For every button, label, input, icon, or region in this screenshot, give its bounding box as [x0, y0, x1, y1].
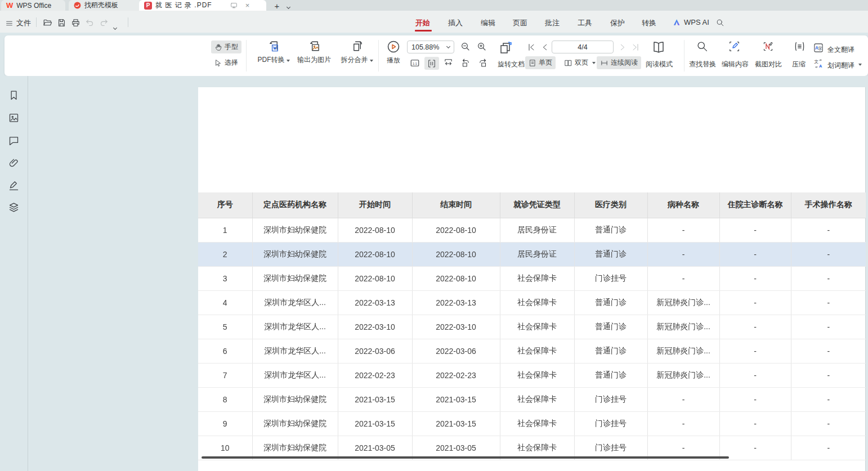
- zoom-out-icon[interactable]: [460, 42, 471, 52]
- table-header-cell: 序号: [198, 192, 252, 218]
- table-cell: -: [719, 315, 791, 339]
- edit-content-label[interactable]: 编辑内容: [721, 60, 750, 69]
- read-mode-book-icon[interactable]: [652, 41, 665, 54]
- table-cell: 2021-03-15: [338, 387, 412, 411]
- tab-document-pdf[interactable]: P 就 医 记 录 .PDF ×: [139, 0, 266, 11]
- continuous-read-button[interactable]: 连续阅读: [597, 56, 641, 69]
- menu-tab-tools[interactable]: 工具: [578, 18, 592, 28]
- table-cell: 居民身份证: [500, 242, 574, 266]
- table-cell: 居民身份证: [500, 218, 574, 242]
- zoom-in-icon[interactable]: [477, 42, 487, 52]
- tab-wps-home[interactable]: W WPS Office: [1, 0, 65, 11]
- table-row: 6深圳市龙华区人...2022-03-062022-03-06社会保障卡普通门诊…: [198, 339, 866, 363]
- table-header-cell: 手术操作名称: [791, 192, 866, 218]
- play-button[interactable]: 播放: [382, 40, 405, 65]
- attachment-icon[interactable]: [8, 157, 20, 169]
- table-cell: 门诊挂号: [574, 266, 647, 290]
- menu-tab-insert[interactable]: 插入: [448, 18, 463, 28]
- new-tab-button[interactable]: +: [272, 1, 282, 11]
- layers-icon[interactable]: [8, 201, 20, 213]
- full-translate-label[interactable]: 全文翻译: [826, 45, 856, 55]
- comment-icon[interactable]: [8, 134, 20, 146]
- file-menu-button[interactable]: 文件: [6, 18, 31, 28]
- tab-document-label: 就 医 记 录 .PDF: [155, 1, 212, 10]
- wps-ai-button[interactable]: WPS AI: [673, 18, 709, 26]
- menu-tab-home[interactable]: 开始: [415, 18, 430, 28]
- table-header-cell: 住院主诊断名称: [719, 192, 791, 218]
- table-header-cell: 定点医药机构名称: [252, 192, 338, 218]
- continuous-read-icon: [600, 59, 609, 67]
- hand-tool-button[interactable]: 手型: [211, 41, 241, 53]
- table-cell: 普通门诊: [574, 339, 647, 363]
- menu-tab-convert[interactable]: 转换: [642, 18, 656, 28]
- page-number-input[interactable]: 4/4: [552, 41, 614, 53]
- thumbnails-icon[interactable]: [8, 112, 20, 124]
- double-page-button[interactable]: 双页: [561, 56, 599, 69]
- export-image-button[interactable]: 输出为图片: [294, 39, 334, 65]
- table-row: 3深圳市妇幼保健院2022-08-102022-08-10社会保障卡门诊挂号--…: [198, 266, 866, 290]
- table-cell: 2021-03-15: [338, 411, 412, 436]
- table-cell: 社会保障卡: [500, 363, 574, 387]
- quick-access-dropdown[interactable]: [114, 21, 117, 32]
- table-cell: 深圳市龙华区人...: [252, 290, 338, 315]
- open-file-icon[interactable]: [43, 18, 52, 28]
- menu-tab-comment[interactable]: 批注: [545, 18, 560, 28]
- table-cell: 社会保障卡: [500, 266, 574, 290]
- actual-size-icon[interactable]: 1:1: [410, 58, 420, 68]
- zoom-level-select[interactable]: 105.88%: [407, 41, 454, 53]
- find-replace-label[interactable]: 查找替换: [687, 60, 718, 69]
- undo-icon[interactable]: [85, 18, 95, 28]
- play-label: 播放: [387, 56, 400, 64]
- table-cell: 4: [198, 290, 252, 315]
- monitor-icon[interactable]: [230, 2, 238, 9]
- redo-icon[interactable]: [99, 18, 109, 28]
- single-page-button[interactable]: 单页: [525, 56, 556, 69]
- split-merge-icon: [351, 39, 364, 53]
- search-icon[interactable]: [716, 19, 724, 27]
- rotate-left-icon[interactable]: [460, 58, 471, 68]
- menu-tab-protect[interactable]: 保护: [610, 18, 625, 28]
- fit-page-icon[interactable]: [444, 58, 453, 68]
- read-mode-label[interactable]: 阅读模式: [643, 60, 675, 69]
- fit-width-button[interactable]: [424, 57, 439, 70]
- first-page-icon[interactable]: [527, 43, 536, 52]
- pdf-convert-button[interactable]: PDF转换: [252, 39, 295, 65]
- plus-icon: +: [275, 1, 280, 11]
- table-row: 9深圳市妇幼保健院2021-03-152021-03-15社会保障卡门诊挂号--…: [198, 411, 866, 436]
- table-cell: 普通门诊: [574, 242, 647, 266]
- table-cell: 社会保障卡: [500, 315, 574, 339]
- rotate-doc-label[interactable]: 旋转文档: [493, 60, 529, 69]
- select-tool-button[interactable]: 选择: [211, 56, 241, 69]
- bookmark-icon[interactable]: [8, 89, 20, 101]
- menu-tab-page[interactable]: 页面: [513, 18, 527, 28]
- compress-label[interactable]: 压缩: [790, 60, 807, 69]
- table-cell: 普通门诊: [574, 218, 647, 242]
- tab-docer-label: 找稻壳模板: [84, 1, 118, 10]
- tab-docer-templates[interactable]: 找稻壳模板: [69, 0, 142, 11]
- page-indicator: 4/4: [578, 43, 587, 51]
- next-page-icon[interactable]: [618, 43, 627, 52]
- last-page-icon[interactable]: [631, 43, 640, 52]
- hand-icon: [214, 43, 222, 51]
- file-menu-label: 文件: [16, 18, 31, 28]
- table-cell: 社会保障卡: [500, 339, 574, 363]
- close-tab-icon[interactable]: ×: [245, 2, 250, 9]
- screenshot-compare-icon: [762, 41, 774, 52]
- table-row: 2深圳市妇幼保健院2022-08-102022-08-10居民身份证普通门诊--…: [198, 242, 866, 266]
- signature-icon[interactable]: [8, 180, 20, 191]
- save-icon[interactable]: [57, 18, 66, 28]
- word-translate-label[interactable]: 划词翻译: [826, 61, 856, 70]
- docer-icon: [74, 2, 81, 9]
- prev-page-icon[interactable]: [540, 43, 549, 52]
- rotate-right-icon[interactable]: [478, 58, 488, 68]
- screenshot-compare-label[interactable]: 截图对比: [754, 60, 783, 69]
- table-cell: -: [647, 411, 719, 436]
- wps-ai-label: WPS AI: [684, 18, 709, 26]
- menu-tab-edit[interactable]: 编辑: [481, 18, 495, 28]
- table-cell: 2022-08-10: [338, 218, 412, 242]
- print-icon[interactable]: [71, 18, 80, 28]
- menu-bar: 文件 开始 插入 编辑 页面 批注 工具 保护 转换 WPS AI: [0, 11, 868, 33]
- table-cell: 普通门诊: [574, 315, 647, 339]
- split-merge-button[interactable]: 拆分合并: [335, 39, 378, 65]
- table-cell: -: [791, 266, 866, 290]
